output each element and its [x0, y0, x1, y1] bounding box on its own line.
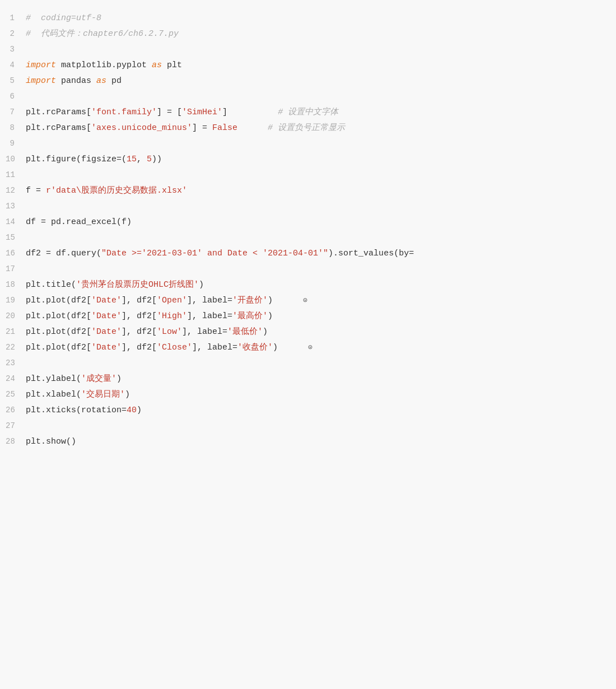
- line-content: [26, 231, 610, 245]
- code-line: 11: [0, 168, 616, 184]
- line-number: 11: [6, 169, 26, 182]
- line-number: 17: [6, 263, 26, 276]
- code-line: 24plt.ylabel('成交量'): [0, 372, 616, 388]
- line-number: 9: [6, 137, 26, 151]
- code-line: 25plt.xlabel('交易日期'): [0, 388, 616, 403]
- code-line: 17: [0, 262, 616, 278]
- line-number: 5: [6, 75, 26, 88]
- line-content: f = r'data\股票的历史交易数据.xlsx': [26, 184, 610, 198]
- line-content: plt.plot(df2['Date'], df2['High'], label…: [26, 309, 610, 324]
- line-number: 6: [6, 90, 26, 104]
- line-number: 4: [6, 59, 26, 72]
- line-content: plt.ylabel('成交量'): [26, 372, 610, 387]
- line-content: [26, 199, 610, 214]
- line-content: plt.rcParams['font.family'] = ['SimHei']…: [26, 105, 610, 120]
- line-content: plt.xlabel('交易日期'): [26, 388, 610, 402]
- code-line: 16df2 = df.query("Date >='2021-03-01' an…: [0, 246, 616, 262]
- line-content: [26, 168, 610, 183]
- line-content: plt.plot(df2['Date'], df2['Open'], label…: [26, 294, 610, 308]
- line-number: 2: [6, 27, 26, 41]
- code-line: 13: [0, 199, 616, 215]
- code-line: 3: [0, 43, 616, 58]
- line-content: # coding=utf-8: [26, 11, 610, 26]
- line-number: 22: [6, 341, 26, 355]
- code-line: 23: [0, 356, 616, 372]
- line-content: df2 = df.query("Date >='2021-03-01' and …: [26, 246, 610, 261]
- line-content: plt.figure(figsize=(15, 5)): [26, 152, 610, 167]
- line-number: 25: [6, 388, 26, 402]
- code-line: 9: [0, 137, 616, 152]
- code-line: 12f = r'data\股票的历史交易数据.xlsx': [0, 184, 616, 199]
- line-content: plt.plot(df2['Date'], df2['Close'], labe…: [26, 341, 610, 355]
- code-line: 7plt.rcParams['font.family'] = ['SimHei'…: [0, 105, 616, 121]
- code-line: 2# 代码文件：chapter6/ch6.2.7.py: [0, 27, 616, 43]
- code-line: 10plt.figure(figsize=(15, 5)): [0, 152, 616, 168]
- line-number: 1: [6, 12, 26, 25]
- line-content: [26, 137, 610, 151]
- line-content: plt.show(): [26, 435, 610, 449]
- code-line: 22plt.plot(df2['Date'], df2['Close'], la…: [0, 341, 616, 356]
- line-content: [26, 262, 610, 277]
- line-number: 16: [6, 247, 26, 260]
- line-number: 28: [6, 435, 26, 449]
- line-content: plt.rcParams['axes.unicode_minus'] = Fal…: [26, 121, 610, 136]
- line-number: 14: [6, 216, 26, 229]
- line-number: 10: [6, 153, 26, 166]
- line-number: 15: [6, 231, 26, 245]
- line-number: 23: [6, 357, 26, 370]
- line-content: plt.plot(df2['Date'], df2['Low'], label=…: [26, 325, 610, 339]
- line-number: 21: [6, 325, 26, 339]
- line-content: import pandas as pd: [26, 74, 610, 89]
- code-line: 5import pandas as pd: [0, 74, 616, 90]
- code-line: 6: [0, 90, 616, 105]
- line-content: [26, 90, 610, 104]
- line-content: # 代码文件：chapter6/ch6.2.7.py: [26, 27, 610, 41]
- code-line: 26plt.xticks(rotation=40): [0, 403, 616, 419]
- line-number: 12: [6, 184, 26, 198]
- line-number: 8: [6, 122, 26, 135]
- code-line: 18plt.title('贵州茅台股票历史OHLC折线图'): [0, 278, 616, 294]
- code-line: 8plt.rcParams['axes.unicode_minus'] = Fa…: [0, 121, 616, 137]
- code-line: 21plt.plot(df2['Date'], df2['Low'], labe…: [0, 325, 616, 341]
- line-number: 27: [6, 420, 26, 433]
- code-line: 19plt.plot(df2['Date'], df2['Open'], lab…: [0, 294, 616, 309]
- line-content: [26, 43, 610, 57]
- line-content: plt.xticks(rotation=40): [26, 403, 610, 418]
- line-number: 20: [6, 310, 26, 323]
- code-line: 28plt.show(): [0, 435, 616, 450]
- line-number: 24: [6, 373, 26, 386]
- code-line: 27: [0, 419, 616, 435]
- line-content: import matplotlib.pyplot as plt: [26, 58, 610, 73]
- code-line: 20plt.plot(df2['Date'], df2['High'], lab…: [0, 309, 616, 325]
- code-line: 4import matplotlib.pyplot as plt: [0, 58, 616, 74]
- line-content: [26, 419, 610, 434]
- line-number: 19: [6, 294, 26, 308]
- line-number: 26: [6, 404, 26, 417]
- line-content: plt.title('贵州茅台股票历史OHLC折线图'): [26, 278, 610, 292]
- line-number: 7: [6, 106, 26, 119]
- code-line: 14df = pd.read_excel(f): [0, 215, 616, 231]
- line-number: 13: [6, 200, 26, 213]
- code-line: 1# coding=utf-8: [0, 11, 616, 27]
- line-content: df = pd.read_excel(f): [26, 215, 610, 230]
- line-content: [26, 356, 610, 371]
- line-number: 18: [6, 278, 26, 292]
- line-number: 3: [6, 43, 26, 57]
- code-editor: 1# coding=utf-82# 代码文件：chapter6/ch6.2.7.…: [0, 0, 616, 689]
- code-line: 15: [0, 231, 616, 246]
